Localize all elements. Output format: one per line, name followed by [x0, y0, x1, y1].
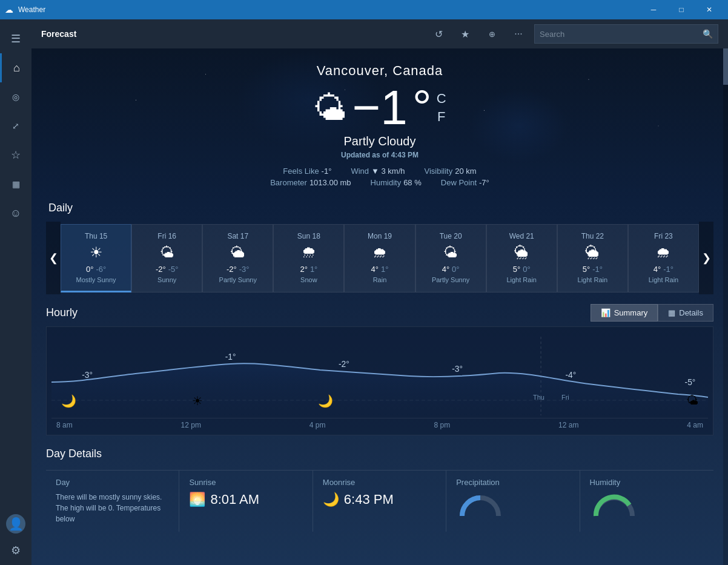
- close-button[interactable]: ✕: [695, 0, 723, 19]
- day-high-6: 5°: [513, 265, 520, 274]
- day-temps-8: 4° -1°: [654, 265, 673, 274]
- unit-f[interactable]: F: [437, 109, 446, 125]
- svg-text:-1°: -1°: [225, 352, 236, 362]
- minimize-button[interactable]: ─: [640, 0, 667, 19]
- day-low-4: 1°: [381, 265, 388, 274]
- day-icon-0: ☀: [90, 244, 103, 261]
- day-condition-6: Light Rain: [506, 276, 537, 283]
- sidebar-item-news[interactable]: ▦: [0, 170, 31, 199]
- sidebar-item-favorites[interactable]: ☆: [0, 140, 31, 170]
- details-icon: ▦: [668, 308, 675, 317]
- precipitation-gauge: [456, 492, 505, 522]
- visibility: Visibility 20 km: [425, 167, 477, 176]
- daily-card-6[interactable]: Wed 21 🌦 5° 0° Light Rain: [486, 224, 557, 292]
- daily-prev-button[interactable]: ❮: [46, 222, 61, 294]
- window-controls: ─ □ ✕: [640, 0, 723, 19]
- hourly-chart: -3° -1° -2° -3° -4° -5° 🌙 ☀: [46, 326, 713, 435]
- sidebar-bottom: 👤 ⚙: [0, 512, 31, 565]
- svg-text:-4°: -4°: [565, 370, 576, 380]
- moonrise-col-title: Moonrise: [323, 478, 436, 487]
- sidebar-item-avatar[interactable]: 👤: [6, 514, 25, 534]
- day-icon-3: 🌨: [302, 244, 316, 261]
- day-divider-labels: Thu Fri: [533, 394, 569, 401]
- daily-card-1[interactable]: Fri 16 🌤 -2° -5° Sunny: [131, 224, 202, 292]
- humidity-value: 68 %: [403, 178, 422, 187]
- refresh-button[interactable]: ↺: [428, 23, 449, 45]
- time-8am: 8 am: [56, 421, 73, 429]
- daily-next-button[interactable]: ❯: [699, 222, 713, 294]
- sunrise-time: 8:01 AM: [210, 492, 259, 507]
- weather-main[interactable]: Vancouver, Canada 🌤 −1 ° C F Partly Clou…: [31, 48, 728, 565]
- day-name-3: Sun 18: [297, 232, 320, 240]
- moonrise-main: 🌙 6:43 PM: [323, 492, 436, 507]
- day-detail-col-day: Day There will be mostly sunny skies. Th…: [46, 471, 179, 532]
- day-name-4: Mon 19: [368, 232, 392, 240]
- svg-text:-2°: -2°: [339, 359, 349, 369]
- details-label: Details: [679, 308, 703, 317]
- day-temps-5: 4° 0°: [442, 265, 460, 274]
- weather-details-row-2: Barometer 1013.00 mb Humidity 68 % Dew P…: [270, 178, 489, 187]
- day-details-title: Day Details: [46, 448, 713, 460]
- daily-card-0[interactable]: Thu 15 ☀ 0° -6° Mostly Sunny: [61, 224, 131, 292]
- page-title: Forecast: [41, 29, 423, 39]
- fri-label: Fri: [561, 394, 569, 401]
- day-name-6: Wed 21: [509, 232, 534, 240]
- day-high-2: -2°: [227, 265, 237, 274]
- favorite-button[interactable]: ★: [454, 23, 476, 45]
- dew-point-value: -7°: [479, 178, 489, 187]
- day-high-1: -2°: [156, 265, 166, 274]
- hourly-section: Hourly 📊 Summary ▦ Details: [46, 294, 713, 435]
- hourly-icon-2: 🌙: [318, 394, 333, 408]
- app-icon: ☁: [5, 5, 13, 15]
- main-content: Forecast ↺ ★ ⊕ ··· 🔍 Vancouver, Canada 🌤…: [31, 19, 728, 565]
- daily-card-4[interactable]: Mon 19 🌧 4° 1° Rain: [344, 224, 415, 292]
- sidebar-item-home[interactable]: ⌂: [0, 53, 31, 82]
- pin-button[interactable]: ⊕: [481, 23, 503, 45]
- search-input[interactable]: [540, 30, 703, 39]
- day-condition-3: Snow: [300, 276, 317, 283]
- barometer: Barometer 1013.00 mb: [270, 178, 351, 187]
- humidity-gauge: [590, 492, 638, 522]
- more-button[interactable]: ···: [508, 23, 529, 45]
- top-bar: Forecast ↺ ★ ⊕ ··· 🔍: [31, 19, 728, 48]
- temp-units: C F: [437, 91, 446, 125]
- current-weather: Vancouver, Canada 🌤 −1 ° C F Partly Clou…: [46, 63, 713, 197]
- day-temps-7: 5° -1°: [583, 265, 603, 274]
- day-temps-3: 2° 1°: [300, 265, 317, 274]
- daily-card-5[interactable]: Tue 20 🌤 4° 0° Partly Sunny: [415, 224, 486, 292]
- daily-card-3[interactable]: Sun 18 🌨 2° 1° Snow: [273, 224, 344, 292]
- sidebar-item-settings[interactable]: ⚙: [0, 536, 31, 565]
- time-12pm: 12 pm: [181, 421, 201, 429]
- daily-card-7[interactable]: Thu 22 🌦 5° -1° Light Rain: [557, 224, 628, 292]
- day-name-0: Thu 15: [85, 232, 107, 240]
- daily-section: Daily ❮ Thu 15 ☀ 0° -6° Mostly Sunny Fri…: [46, 197, 713, 294]
- day-col-text: There will be mostly sunny skies. The hi…: [56, 492, 169, 524]
- hourly-icon-0: 🌙: [61, 394, 76, 408]
- day-low-3: 1°: [310, 265, 317, 274]
- unit-c[interactable]: C: [437, 91, 446, 107]
- daily-card-8[interactable]: Fri 23 🌧 4° -1° Light Rain: [628, 224, 699, 292]
- daily-title: Daily: [46, 202, 713, 214]
- dew-point-label: Dew Point: [441, 178, 477, 187]
- weather-details: Feels Like -1° Wind ▼ 3 km/h Visibility …: [46, 167, 713, 187]
- time-4pm: 4 pm: [309, 421, 326, 429]
- day-detail-col-moonrise: Moonrise 🌙 6:43 PM: [313, 471, 446, 532]
- sidebar-item-radar[interactable]: ◎: [0, 82, 31, 111]
- day-condition-0: Mostly Sunny: [76, 276, 116, 283]
- humidity-col-title: Humidity: [590, 478, 704, 487]
- visibility-label: Visibility: [425, 167, 453, 176]
- sidebar-item-menu[interactable]: ☰: [0, 24, 31, 53]
- search-icon: 🔍: [703, 29, 713, 39]
- details-button[interactable]: ▦ Details: [658, 304, 713, 322]
- maximize-button[interactable]: □: [667, 0, 695, 19]
- hourly-header: Hourly 📊 Summary ▦ Details: [46, 304, 713, 322]
- sidebar-item-maps[interactable]: ⤢: [0, 111, 31, 140]
- day-high-8: 4°: [654, 265, 661, 274]
- sidebar-item-emoji[interactable]: ☺: [0, 199, 31, 228]
- daily-card-2[interactable]: Sat 17 🌥 -2° -3° Partly Sunny: [202, 224, 273, 292]
- summary-button[interactable]: 📊 Summary: [591, 304, 658, 322]
- title-bar: ☁ Weather ─ □ ✕: [0, 0, 728, 19]
- app-container: ☰ ⌂ ◎ ⤢ ☆ ▦ ☺ 👤 ⚙ Forecast ↺ ★ ⊕ ··· 🔍: [0, 19, 728, 565]
- day-temps-4: 4° 1°: [371, 265, 389, 274]
- day-condition-5: Partly Sunny: [432, 276, 469, 283]
